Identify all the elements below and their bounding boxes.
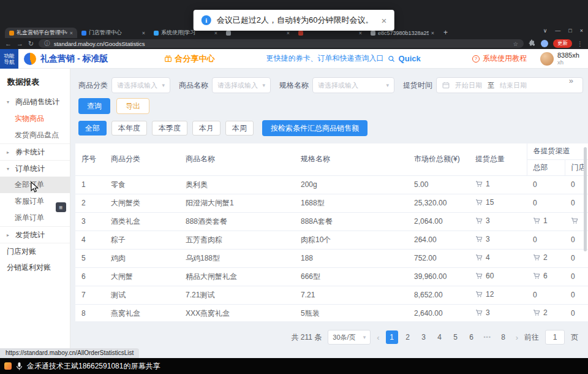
page-button[interactable]: 8 [497,330,510,344]
sidebar-item[interactable]: 分销返利对账 [0,259,70,276]
browser-tab[interactable]: 礼盒营销平台管理中心× [5,28,77,38]
quick-filter-tab[interactable]: 本周 [225,121,254,135]
spec-cell: 200g [295,175,408,194]
category-select[interactable]: 请选择或输入 ▾ [111,77,170,93]
sidebar-item[interactable]: ▸发货统计 [0,226,70,243]
chevron-down-icon: ▾ [363,334,366,340]
page-button[interactable]: 6 [466,330,478,344]
pickup-date-range[interactable]: 开始日期 至 结束日期 [436,77,583,93]
window-maximize-button[interactable]: □ [568,28,571,34]
tab-close-icon[interactable]: × [214,30,217,36]
page-button[interactable]: 2 [402,330,414,344]
extensions-puzzle-icon[interactable] [529,39,536,48]
headquarters-cell: 6 [527,267,565,286]
chrome-update-button[interactable]: 更新 [553,39,572,48]
product-name-cell: 五芳斋肉粽 [179,231,295,249]
sidebar-item-label: 订单统计 [15,164,45,174]
quick-filter-tab[interactable]: 全部 [78,121,107,135]
browser-tab[interactable]: 门店管理中心× [77,28,149,38]
page-button[interactable]: ••• [481,330,494,344]
amount-cell: 2,640.00 [408,304,469,321]
chevron-down-icon: ▾ [7,99,12,105]
forward-icon[interactable]: → [17,40,23,47]
function-nav-toggle[interactable]: 功能 导航 [0,49,18,69]
brand-logo-icon [24,53,36,65]
tab-favicon-icon [81,31,86,36]
back-icon[interactable]: ← [5,40,12,47]
quick-filter-tab[interactable]: 本月 [192,121,221,135]
user-profile[interactable]: 8385xh xh [540,52,579,66]
page-button[interactable]: 3 [418,330,430,344]
quick-filter-tab[interactable]: 本季度 [152,121,187,135]
sidebar-item-label: 派单订单 [15,213,44,223]
share-center-link[interactable]: 合分享中心 [164,53,214,64]
amount-cell: 8,652.00 [408,286,469,304]
next-page-button[interactable]: › [516,333,518,342]
chevron-down-icon: ▾ [7,166,12,172]
browser-menu-icon[interactable]: ⋮ [577,40,583,47]
goto-page-input[interactable] [545,330,565,345]
quick-tip-text: 更快捷的券卡、订单和快递查询入口 [266,53,384,64]
screen-share-text: 金禾通技术王斌18662591081的屏幕共享 [27,361,160,372]
table-row: 8燕窝礼盒XXX燕窝礼盒5瓶装2,640.00320 [75,304,588,321]
page-button[interactable]: 5 [450,330,462,344]
category-cell: 大闸蟹类 [105,194,179,212]
tab-close-icon[interactable]: × [142,30,145,36]
summary-button[interactable]: 按检索条件汇总商品销售额 [262,120,368,136]
tab-close-icon[interactable]: × [431,30,434,36]
tutorial-link[interactable]: ? 系统使用教程 [472,53,527,64]
reload-icon[interactable]: ↻ [28,40,34,48]
pickup-total-cell: 60 [469,267,527,286]
table-row: 2大闸蟹类阳澄湖大闸蟹11688型25,320.001500 [75,194,588,212]
url-omnibox[interactable]: ⓘ standard.maboy.cn/GoodsStatistics ☆ [39,39,524,48]
sidebar-item[interactable]: ▸券卡统计 [0,143,70,160]
search-button[interactable]: 查询 [78,98,110,114]
pickup-total-cell: 3 [469,304,527,321]
sidebar-item[interactable]: 实物商品 [0,110,70,127]
sidebar-item[interactable]: 门店对账 [0,243,70,259]
scrollbar-thumb[interactable] [584,147,587,251]
toast-close-icon[interactable]: × [381,15,386,26]
spec-select[interactable]: 请选择或输入 ▾ [312,77,394,93]
sidebar-item[interactable]: 派单订单 [0,210,70,226]
meeting-toast: i 会议已超过2人，自动转为60分钟限时会议。 × [194,10,394,31]
brand-title: 礼盒营销 - 标准版 [40,53,108,64]
table-row: 3酒类礼盒888酒类套餐888A套餐2,064.0031 [75,212,588,231]
date-separator: 至 [488,81,494,90]
tab-close-icon[interactable]: × [359,30,362,36]
panel-collapse-icon[interactable]: » [569,76,573,85]
quick-filter-tab[interactable]: 本年度 [111,121,147,135]
col-channels-group: 各提货渠道 [527,143,588,159]
row-index-cell: 4 [75,231,105,249]
tab-search-icon[interactable]: ∨ [543,28,548,34]
sidebar-collapse-toggle[interactable]: ≡ [56,202,66,212]
prev-page-button[interactable]: ‹ [377,333,379,342]
sidebar-item[interactable]: ▾订单统计 [0,160,70,177]
spec-cell: 肉粽10个 [295,231,408,249]
pickup-total-cell: 12 [469,286,527,304]
export-button[interactable]: 导出 [116,98,149,114]
page-size-select[interactable]: 30条/页 ▾ [328,330,371,345]
new-tab-button[interactable]: + [443,28,448,37]
sidebar-item-label: 分销返利对账 [7,262,51,273]
tab-close-icon[interactable]: × [70,30,73,36]
cart-icon [475,272,483,280]
sidebar-item-label: 券卡统计 [15,147,45,158]
browser-address-bar: ← → ↻ ⓘ standard.maboy.cn/GoodsStatistic… [0,38,588,49]
store-cell: 0 [565,286,588,304]
col-headquarters: 总部 [527,159,565,175]
page-button[interactable]: 1 [386,330,398,344]
page-button[interactable]: 4 [434,330,446,344]
headquarters-cell: 0 [527,231,565,249]
window-minimize-button[interactable]: — [555,28,560,34]
site-info-icon[interactable]: ⓘ [44,40,50,48]
window-close-button[interactable]: × [580,28,583,34]
sidebar-item[interactable]: 发货商品盘点 [0,127,70,143]
product-name-select[interactable]: 请选择或输入 ▾ [212,77,271,93]
sidebar-item[interactable]: ▾商品销售统计 [0,94,70,110]
calendar-icon [442,82,450,89]
browser-profile-avatar[interactable] [541,40,548,47]
bookmark-star-icon[interactable]: ☆ [513,40,518,47]
quick-entry-link[interactable]: 更快捷的券卡、订单和快递查询入口 Quick [266,53,421,64]
tab-close-icon[interactable]: × [287,30,290,36]
